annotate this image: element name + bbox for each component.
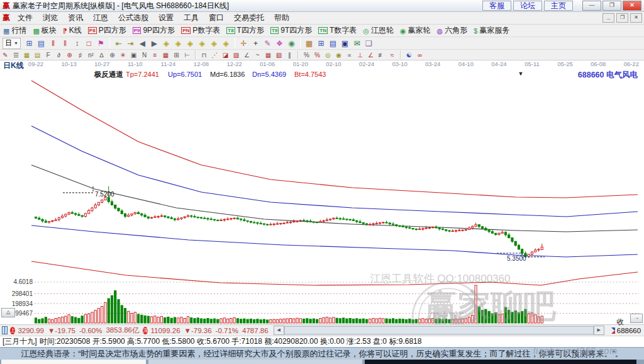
hatch-box-icon[interactable]: ▧ — [275, 50, 283, 60]
last-page-icon[interactable]: ⇥ — [126, 38, 135, 49]
spiral-icon[interactable]: ∂ — [55, 50, 63, 60]
protractor-icon[interactable]: ∆ — [97, 50, 106, 60]
notes-icon[interactable]: ▤ — [328, 38, 338, 49]
close-button[interactable]: ✕ — [623, 1, 641, 11]
calculator-icon[interactable]: ⊞ — [316, 38, 326, 49]
restore-button[interactable]: ❐ — [602, 1, 621, 11]
gann-target-icon[interactable]: ⊕ — [108, 50, 116, 60]
half-box-icon[interactable]: ◪ — [221, 50, 230, 60]
arc-top-icon[interactable]: ⊓ — [200, 50, 208, 60]
ray-fan-icon[interactable]: ⋰ — [211, 50, 219, 60]
fibonacci-f-icon[interactable]: F — [44, 50, 52, 60]
chart-horizontal-scrollbar[interactable]: ◀ ▶ — [274, 326, 604, 335]
tools-extra-icon[interactable]: ❖ — [275, 38, 284, 49]
next-icon[interactable]: ▶ — [150, 38, 159, 49]
grid-red-icon[interactable]: ▦ — [162, 50, 170, 60]
menu-item-settings[interactable]: 设置 — [153, 13, 179, 22]
scroll-left-button[interactable]: ◀ — [274, 326, 284, 335]
time-grid-icon[interactable]: ▦ — [23, 50, 31, 60]
shade-box-icon[interactable]: ▨ — [232, 50, 240, 60]
wave-line-icon[interactable]: ~ — [253, 50, 262, 60]
scroll-right-button[interactable]: ▶ — [594, 326, 604, 335]
scrollbar-track[interactable] — [284, 326, 594, 335]
annotate-icon[interactable]: ✎ — [263, 38, 272, 49]
kline-style2-icon[interactable]: ‖ — [60, 38, 70, 49]
kline-style-icon[interactable]: ‖ — [48, 38, 58, 49]
shanghai-index-icon[interactable]: 上 — [10, 327, 15, 334]
mail-send-icon[interactable]: ✉ — [352, 38, 362, 49]
compress-both-icon[interactable]: ◈ — [209, 38, 219, 49]
compress-y-icon[interactable]: ◈ — [186, 38, 195, 49]
toolbar-button-t-square[interactable]: T8T四方形 — [225, 25, 266, 36]
wheel-mini-icon[interactable]: ◉ — [287, 38, 296, 49]
mdi-close-button[interactable]: ✕ — [630, 13, 642, 23]
golden-circle2-icon[interactable]: ◉ — [335, 50, 343, 60]
toolbar-button-t-digit-table[interactable]: TNT数字表 — [316, 25, 358, 36]
time-grid2-icon[interactable]: ▤ — [33, 50, 42, 60]
flag-icon[interactable]: ⚑ — [96, 38, 106, 49]
first-page-icon[interactable]: ⇤ — [114, 38, 123, 49]
n-square-icon[interactable]: n² — [87, 50, 95, 60]
toolbar-button-gann-wheel[interactable]: ◎江恩轮 — [361, 25, 396, 36]
expand-pane-button[interactable]: △ — [1, 308, 15, 317]
shenzhen-index-icon[interactable]: 深 — [143, 327, 148, 334]
window-grid-icon[interactable]: ⊞ — [172, 50, 180, 60]
expand-x-icon[interactable]: ◈ — [174, 38, 183, 49]
menu-item-browse[interactable]: 浏览 — [38, 13, 63, 22]
waves-red-icon[interactable]: ≈ — [388, 50, 396, 60]
period-dropdown[interactable]: 日 ▼ — [3, 38, 21, 49]
perpendicular-icon[interactable]: ⊥ — [356, 50, 364, 60]
toolbar-button-p-digit-table[interactable]: PNP数字表 — [179, 25, 222, 36]
menu-item-formula-picker[interactable]: 公式选股 — [113, 13, 153, 22]
overlay-chart-icon[interactable]: ⊞ — [25, 38, 34, 49]
calendar-icon[interactable]: ▦ — [304, 38, 314, 49]
minimize-button[interactable]: — — [582, 1, 601, 11]
info-panel-icon[interactable]: ▤ — [36, 38, 46, 49]
expand-both-icon[interactable]: ◈ — [221, 38, 231, 49]
box-tool-icon[interactable]: ▣ — [130, 50, 138, 60]
toolbar-button-quotes[interactable]: ▦行情 — [1, 25, 28, 36]
angle-red-icon[interactable]: ∠ — [367, 50, 375, 60]
mdi-restore-button[interactable]: ❐ — [616, 13, 628, 23]
toolbar-button-9t-square[interactable]: T99T四方形 — [269, 25, 314, 36]
yinyang-icon[interactable]: ☯ — [405, 50, 413, 60]
crosshair-icon[interactable]: + — [251, 38, 260, 49]
export-data-icon[interactable]: ❏ — [364, 38, 374, 49]
prev-icon[interactable]: ◀ — [138, 38, 147, 49]
sharp-grid-icon[interactable]: ♯ — [76, 50, 84, 60]
menu-item-news[interactable]: 资讯 — [63, 13, 88, 22]
ratio-tool-icon[interactable]: ∝ — [345, 50, 353, 60]
kline-chart[interactable]: 4.601829840119893499467日K线09-2210-1310-2… — [0, 60, 644, 324]
toolbar-button-kline[interactable]: ⁋K线 — [61, 25, 84, 36]
toolbar-button-winner-wheel[interactable]: ◉赢家轮 — [398, 25, 433, 36]
pan-hand-icon[interactable]: ✛ — [239, 38, 248, 49]
resistance-icon[interactable]: ≢ — [377, 50, 386, 60]
parallel-lines-icon[interactable]: ∥ — [286, 50, 294, 60]
homepage-button[interactable]: 主页 — [544, 1, 573, 11]
menu-item-gann[interactable]: 江恩 — [88, 13, 113, 22]
menu-item-help[interactable]: 帮助 — [269, 13, 294, 22]
angle-line-icon[interactable]: ∠ — [243, 50, 251, 60]
channel-box-icon[interactable]: □ — [84, 38, 94, 49]
percent-icon[interactable]: % — [303, 50, 311, 60]
mdi-minimize-button[interactable]: ＿ — [602, 13, 614, 23]
infinity-icon[interactable]: ∞ — [416, 50, 424, 60]
forum-button[interactable]: 论坛 — [513, 1, 542, 11]
percent-red-icon[interactable]: % — [313, 50, 321, 60]
save-disk-icon[interactable]: ▣ — [340, 38, 350, 49]
expand-y-icon[interactable]: ◈ — [197, 38, 207, 49]
pencil-icon[interactable]: ✎ — [1, 50, 9, 60]
toolbar-button-9p-square[interactable]: P99P四方形 — [131, 25, 177, 36]
customer-service-button[interactable]: 客服 — [482, 1, 511, 11]
n-wave-icon[interactable]: N — [140, 50, 148, 60]
hatch-lines-icon[interactable]: ☰ — [12, 50, 20, 60]
compress-x-icon[interactable]: ◈ — [162, 38, 171, 49]
toolbar-button-p-square[interactable]: P8P四方形 — [86, 25, 128, 36]
scrollbar-thumb[interactable] — [284, 326, 594, 334]
tick-tool-icon[interactable]: ⊢ — [183, 50, 191, 60]
menu-item-trade[interactable]: 交易委托 — [229, 13, 269, 22]
quote-grid-icon[interactable] — [2, 326, 8, 334]
price-grid-icon[interactable]: ▦ — [264, 50, 272, 60]
golden-circle-icon[interactable]: ◎ — [324, 50, 332, 60]
toolbar-button-hexagon[interactable]: ◍六角形 — [435, 25, 470, 36]
